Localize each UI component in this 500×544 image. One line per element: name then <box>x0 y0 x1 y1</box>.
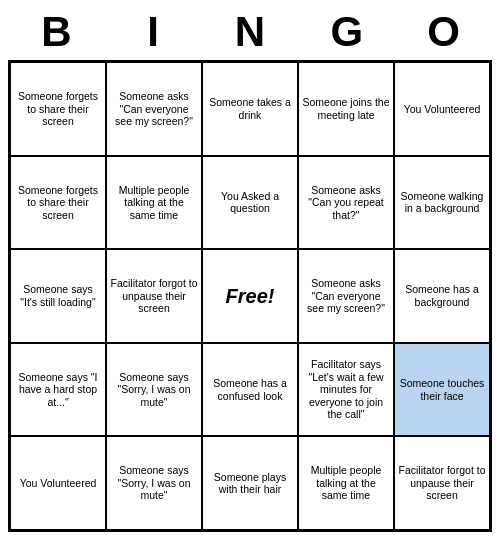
bingo-cell[interactable]: Someone touches their face <box>394 343 490 437</box>
bingo-cell[interactable]: Someone plays with their hair <box>202 436 298 530</box>
bingo-cell[interactable]: Multiple people talking at the same time <box>298 436 394 530</box>
letter-i: I <box>109 8 197 56</box>
letter-b: B <box>12 8 100 56</box>
bingo-cell[interactable]: Facilitator says "Let's wait a few minut… <box>298 343 394 437</box>
bingo-title: B I N G O <box>8 8 492 56</box>
bingo-cell[interactable]: Someone forgets to share their screen <box>10 156 106 250</box>
bingo-cell[interactable]: Someone says "Sorry, I was on mute" <box>106 436 202 530</box>
letter-o: O <box>400 8 488 56</box>
bingo-cell[interactable]: Someone asks "Can everyone see my screen… <box>106 62 202 156</box>
bingo-cell[interactable]: You Volunteered <box>10 436 106 530</box>
bingo-cell[interactable]: Facilitator forgot to unpause their scre… <box>106 249 202 343</box>
bingo-cell[interactable]: Someone says "It's still loading" <box>10 249 106 343</box>
bingo-cell[interactable]: You Volunteered <box>394 62 490 156</box>
bingo-cell[interactable]: Someone says "Sorry, I was on mute" <box>106 343 202 437</box>
bingo-cell[interactable]: Multiple people talking at the same time <box>106 156 202 250</box>
letter-g: G <box>303 8 391 56</box>
bingo-grid: Someone forgets to share their screenSom… <box>8 60 492 532</box>
bingo-cell[interactable]: Someone asks "Can you repeat that?" <box>298 156 394 250</box>
bingo-cell[interactable]: Someone says "I have a hard stop at..." <box>10 343 106 437</box>
bingo-cell[interactable]: Someone walking in a background <box>394 156 490 250</box>
bingo-cell[interactable]: Someone joins the meeting late <box>298 62 394 156</box>
bingo-cell[interactable]: Someone has a confused look <box>202 343 298 437</box>
bingo-cell[interactable]: Someone takes a drink <box>202 62 298 156</box>
free-cell[interactable]: Free! <box>202 249 298 343</box>
letter-n: N <box>206 8 294 56</box>
bingo-cell[interactable]: Someone has a background <box>394 249 490 343</box>
bingo-cell[interactable]: Facilitator forgot to unpause their scre… <box>394 436 490 530</box>
bingo-cell[interactable]: Someone asks "Can everyone see my screen… <box>298 249 394 343</box>
bingo-cell[interactable]: Someone forgets to share their screen <box>10 62 106 156</box>
bingo-cell[interactable]: You Asked a question <box>202 156 298 250</box>
